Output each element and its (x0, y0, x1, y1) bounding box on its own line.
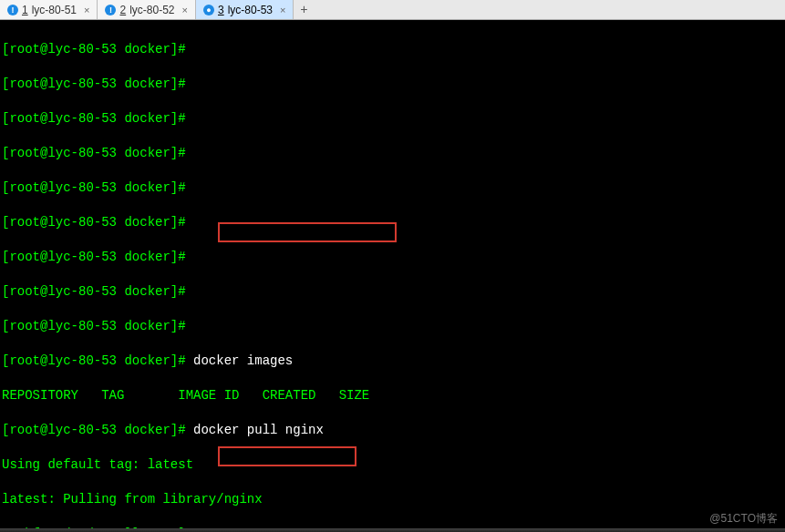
tab-1[interactable]: ! 1 lyc-80-51 × (0, 0, 98, 19)
tab-label: lyc-80-51 (32, 4, 77, 16)
tab-label: lyc-80-52 (129, 4, 174, 16)
tab-label: lyc-80-53 (228, 4, 273, 16)
tab-number: 1 (22, 4, 28, 16)
close-icon[interactable]: × (182, 5, 188, 15)
prompt-line: [root@lyc-80-53 docker]# (2, 214, 783, 231)
output-line: latest: Pulling from library/nginx (2, 491, 783, 508)
info-icon: ! (7, 5, 18, 15)
bottom-bar (0, 528, 785, 532)
prompt-line: [root@lyc-80-53 docker]# docker pull ngi… (2, 422, 783, 439)
output-line: Using default tag: latest (2, 456, 783, 474)
tab-number: 2 (119, 4, 126, 16)
info-icon: ! (105, 5, 116, 15)
prompt-line: [root@lyc-80-53 docker]# (2, 110, 783, 128)
dot-icon: ● (203, 5, 214, 15)
close-icon[interactable]: × (280, 5, 285, 15)
terminal-output[interactable]: [root@lyc-80-53 docker]# [root@lyc-80-53… (0, 20, 785, 532)
tab-number: 3 (218, 4, 224, 16)
prompt-line: [root@lyc-80-53 docker]# (2, 179, 783, 197)
tab-bar: ! 1 lyc-80-51 × ! 2 lyc-80-52 × ● 3 lyc-… (0, 0, 785, 20)
prompt-line: [root@lyc-80-53 docker]# (2, 283, 783, 301)
watermark: @51CTO博客 (709, 511, 778, 527)
tab-3[interactable]: ● 3 lyc-80-53 × (196, 0, 294, 19)
add-tab-button[interactable]: + (294, 0, 314, 19)
prompt-line: [root@lyc-80-53 docker]# (2, 318, 783, 335)
prompt-line: [root@lyc-80-53 docker]# (2, 41, 783, 58)
close-icon[interactable]: × (84, 5, 89, 15)
prompt-line: [root@lyc-80-53 docker]# docker images (2, 353, 783, 370)
prompt-line: [root@lyc-80-53 docker]# (2, 249, 783, 266)
prompt-line: [root@lyc-80-53 docker]# (2, 145, 783, 162)
table-header: REPOSITORY TAG IMAGE ID CREATED SIZE (2, 387, 783, 404)
tab-2[interactable]: ! 2 lyc-80-52 × (98, 0, 195, 19)
prompt-line: [root@lyc-80-53 docker]# (2, 76, 783, 93)
